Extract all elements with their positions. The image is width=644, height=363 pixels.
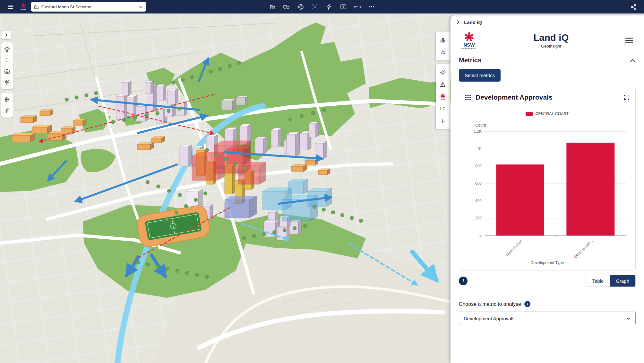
left-toolbar <box>1 31 13 118</box>
hamburger-menu-icon[interactable] <box>5 1 16 12</box>
landiq-panel: Land iQ NSW GOVERNMENT Land iQ GeoInsigh… <box>451 15 644 363</box>
settings-gear-icon[interactable] <box>2 77 13 88</box>
development-approvals-card: Development Approvals CENTRAL COAST Coun… <box>459 89 636 270</box>
scheme-selector-value: Gosford Mann St Scheme <box>41 4 136 9</box>
formula-sqrt-icon[interactable]: √x <box>436 46 450 58</box>
camera-icon[interactable] <box>2 66 13 77</box>
y-axis-title: Count <box>475 123 630 128</box>
choose-metric-label: Choose a metric to analyse <box>459 301 521 307</box>
scenario-buildings-icon[interactable] <box>436 34 450 46</box>
metric-dropdown-value: Development Approvals <box>464 316 514 321</box>
bar-1[interactable] <box>496 164 544 235</box>
chevron-right-icon <box>456 20 460 24</box>
waratah-icon <box>464 31 474 42</box>
x-tick-mark <box>626 235 626 237</box>
gridline <box>485 131 626 132</box>
add-layer-plus-icon[interactable] <box>436 115 450 127</box>
table-button[interactable]: Table <box>586 275 610 287</box>
y-tick-label: 1.2K <box>474 129 482 134</box>
frame-select-tool-icon[interactable] <box>310 1 321 12</box>
search-icon[interactable] <box>2 55 13 66</box>
logo-nsw-text: NSW <box>464 42 475 47</box>
collapse-metrics-button[interactable] <box>630 58 636 62</box>
text-annotation-tool-icon[interactable] <box>338 1 349 12</box>
filters-sliders-icon[interactable] <box>2 94 13 105</box>
panel-menu-icon[interactable] <box>623 34 636 47</box>
app-subtitle: GeoInsight <box>479 44 623 49</box>
more-tools-icon[interactable] <box>366 1 377 12</box>
y-tick-label: 1K <box>477 146 482 151</box>
prism-view-icon[interactable] <box>436 78 450 91</box>
nsw-mini-label: NSW <box>441 99 445 101</box>
nsw-logo-text: NSW <box>21 8 26 11</box>
drag-handle-icon[interactable] <box>464 94 472 101</box>
legend-swatch <box>526 112 533 116</box>
map-3d-scene <box>0 13 451 363</box>
app-title: Land iQ <box>479 32 623 43</box>
transport-tool-icon[interactable] <box>281 1 292 12</box>
x-tick-label: Other reside... <box>573 239 594 259</box>
chart-plot: 1.2K1K8006004002000 <box>485 131 626 235</box>
x-axis-labels: New housesOther reside... <box>485 235 626 262</box>
map-side-toolbar: √x NSW LC <box>436 32 450 129</box>
chevron-right-icon <box>4 33 8 37</box>
nsw-government-logo: NSW GOVERNMENT <box>459 31 479 49</box>
graph-button[interactable]: Graph <box>610 275 635 287</box>
y-tick-label: 600 <box>475 181 482 186</box>
globe-tool-icon[interactable] <box>296 1 306 12</box>
y-tick-label: 800 <box>475 164 482 168</box>
daylight-sun-icon[interactable] <box>436 66 450 78</box>
measure-tool-icon[interactable] <box>352 1 363 12</box>
layers-icon[interactable] <box>2 44 13 55</box>
app-root: NSW Gosford Mann St Scheme <box>0 0 644 363</box>
chart-info-icon[interactable] <box>459 277 468 285</box>
buildings-tool-icon[interactable] <box>267 1 278 12</box>
collapse-panel-button[interactable] <box>456 20 460 24</box>
chart-card-title: Development Approvals <box>476 93 619 101</box>
metrics-section-header: Metrics <box>451 49 644 64</box>
drawer-title: Land iQ <box>464 20 482 25</box>
lightning-tool-icon[interactable] <box>324 1 335 12</box>
x-tick-label: New houses <box>505 239 523 257</box>
panel-drawer-header: Land iQ <box>451 15 644 29</box>
y-tick-label: 0 <box>479 233 482 238</box>
metric-dropdown[interactable]: Development Approvals <box>459 312 636 325</box>
metrics-heading: Metrics <box>459 57 481 64</box>
expand-chart-icon[interactable] <box>623 94 630 101</box>
nsw-logo-topbar: NSW <box>21 3 26 11</box>
chart-footer: Table Graph <box>459 275 636 287</box>
chart-legend: CENTRAL COAST <box>464 111 630 116</box>
table-graph-toggle: Table Graph <box>586 275 636 287</box>
top-bar: NSW Gosford Mann St Scheme <box>0 0 644 13</box>
logo-government-text: GOVERNMENT <box>461 48 477 49</box>
share-icon[interactable] <box>628 1 639 12</box>
y-tick-label: 400 <box>475 199 482 203</box>
chevron-down-icon <box>626 316 631 321</box>
bar-2[interactable] <box>567 143 614 235</box>
expand-left-panel-button[interactable] <box>1 31 11 39</box>
y-tick-label: 200 <box>475 216 482 220</box>
select-metrics-button[interactable]: Select metrics <box>459 69 501 82</box>
chevron-down-icon <box>139 4 143 9</box>
legend-label: CENTRAL COAST <box>535 111 569 116</box>
scheme-selector[interactable]: Gosford Mann St Scheme <box>31 2 146 12</box>
nsw-layer-icon[interactable]: NSW <box>436 91 450 103</box>
flash-filter-icon[interactable] <box>2 105 13 116</box>
lc-label: LC <box>440 107 445 111</box>
scheme-icon <box>34 4 39 9</box>
metric-info-icon[interactable] <box>524 301 530 307</box>
choose-metric-row: Choose a metric to analyse <box>459 301 636 307</box>
sqrt-label: √x <box>441 50 445 55</box>
lc-layer-button[interactable]: LC <box>436 103 450 115</box>
panel-brand-row: NSW GOVERNMENT Land iQ GeoInsight <box>451 29 644 49</box>
map-tools-toolbar <box>267 1 377 12</box>
chevron-up-icon <box>630 58 636 62</box>
